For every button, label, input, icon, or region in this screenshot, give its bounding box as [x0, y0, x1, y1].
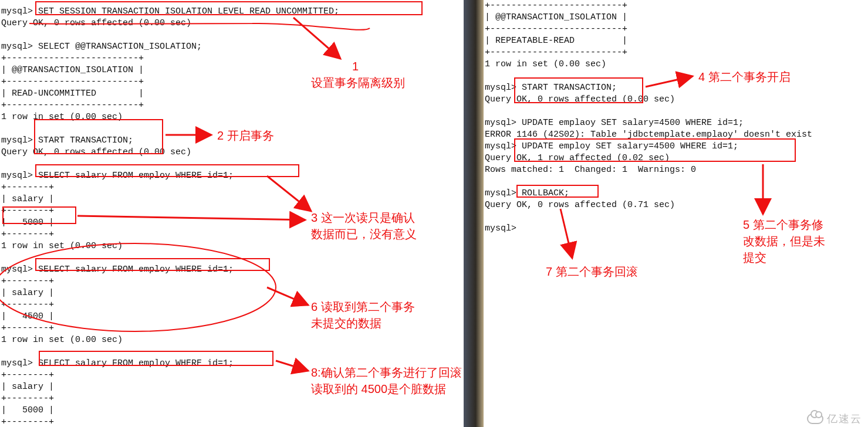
left-terminal: mysql> SET SESSION TRANSACTION ISOLATION…: [0, 0, 464, 427]
cloud-icon: [807, 414, 823, 424]
watermark-text: 亿速云: [827, 413, 862, 425]
watermark: 亿速云: [807, 413, 862, 425]
right-terminal: +-------------------------+ | @@TRANSACT…: [484, 0, 868, 427]
window-gap: [464, 0, 484, 427]
